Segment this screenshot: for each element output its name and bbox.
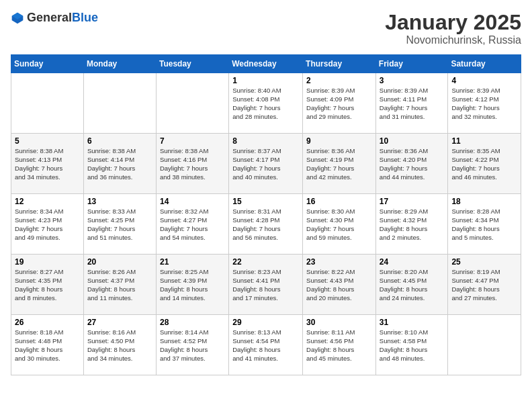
day-detail: Sunrise: 8:39 AM Sunset: 4:11 PM Dayligh… [380, 87, 445, 121]
logo-icon [11, 11, 24, 25]
calendar-week-5: 26Sunrise: 8:18 AM Sunset: 4:48 PM Dayli… [11, 315, 521, 375]
calendar-cell: 5Sunrise: 8:38 AM Sunset: 4:13 PM Daylig… [11, 134, 84, 194]
day-number: 15 [232, 197, 299, 206]
day-number: 31 [380, 318, 445, 327]
weekday-header-wednesday: Wednesday [229, 55, 303, 73]
calendar-cell: 12Sunrise: 8:34 AM Sunset: 4:23 PM Dayli… [11, 194, 84, 255]
month-title: January 2025 [385, 11, 521, 34]
day-number: 14 [160, 197, 225, 206]
calendar-cell: 8Sunrise: 8:37 AM Sunset: 4:17 PM Daylig… [229, 134, 303, 194]
calendar-cell [83, 73, 156, 134]
day-detail: Sunrise: 8:26 AM Sunset: 4:37 PM Dayligh… [87, 268, 152, 302]
calendar-cell: 4Sunrise: 8:39 AM Sunset: 4:12 PM Daylig… [448, 73, 521, 134]
calendar-cell: 6Sunrise: 8:38 AM Sunset: 4:14 PM Daylig… [83, 134, 156, 194]
day-number: 12 [15, 197, 80, 206]
day-number: 3 [380, 76, 445, 85]
weekday-header-monday: Monday [83, 55, 156, 73]
calendar-cell: 11Sunrise: 8:35 AM Sunset: 4:22 PM Dayli… [448, 134, 521, 194]
calendar-cell: 29Sunrise: 8:13 AM Sunset: 4:54 PM Dayli… [229, 315, 303, 375]
calendar-cell: 14Sunrise: 8:32 AM Sunset: 4:27 PM Dayli… [156, 194, 228, 255]
calendar-cell: 24Sunrise: 8:20 AM Sunset: 4:45 PM Dayli… [375, 255, 448, 315]
weekday-header-saturday: Saturday [448, 55, 521, 73]
day-detail: Sunrise: 8:34 AM Sunset: 4:23 PM Dayligh… [15, 208, 80, 242]
day-detail: Sunrise: 8:39 AM Sunset: 4:12 PM Dayligh… [451, 87, 517, 121]
day-number: 5 [15, 136, 80, 146]
day-detail: Sunrise: 8:27 AM Sunset: 4:35 PM Dayligh… [15, 268, 80, 302]
day-detail: Sunrise: 8:23 AM Sunset: 4:41 PM Dayligh… [232, 268, 299, 302]
day-detail: Sunrise: 8:30 AM Sunset: 4:30 PM Dayligh… [306, 208, 372, 242]
day-number: 30 [306, 318, 372, 327]
day-number: 24 [380, 257, 445, 267]
day-detail: Sunrise: 8:10 AM Sunset: 4:58 PM Dayligh… [380, 328, 445, 363]
day-number: 1 [232, 76, 299, 85]
day-detail: Sunrise: 8:25 AM Sunset: 4:39 PM Dayligh… [160, 268, 225, 302]
day-detail: Sunrise: 8:13 AM Sunset: 4:54 PM Dayligh… [232, 328, 299, 363]
calendar-cell: 2Sunrise: 8:39 AM Sunset: 4:09 PM Daylig… [303, 73, 376, 134]
calendar-cell: 23Sunrise: 8:22 AM Sunset: 4:43 PM Dayli… [303, 255, 376, 315]
calendar-cell [156, 73, 228, 134]
day-number: 4 [451, 76, 517, 85]
calendar-cell: 27Sunrise: 8:16 AM Sunset: 4:50 PM Dayli… [83, 315, 156, 375]
title-block: January 2025 Novomichurinsk, Russia [385, 11, 521, 46]
day-detail: Sunrise: 8:28 AM Sunset: 4:34 PM Dayligh… [451, 208, 517, 242]
day-detail: Sunrise: 8:38 AM Sunset: 4:16 PM Dayligh… [160, 147, 225, 181]
day-detail: Sunrise: 8:29 AM Sunset: 4:32 PM Dayligh… [380, 208, 445, 242]
calendar-week-4: 19Sunrise: 8:27 AM Sunset: 4:35 PM Dayli… [11, 255, 521, 315]
day-detail: Sunrise: 8:16 AM Sunset: 4:50 PM Dayligh… [87, 328, 152, 363]
calendar-cell: 17Sunrise: 8:29 AM Sunset: 4:32 PM Dayli… [375, 194, 448, 255]
day-detail: Sunrise: 8:37 AM Sunset: 4:17 PM Dayligh… [232, 147, 299, 181]
day-detail: Sunrise: 8:36 AM Sunset: 4:20 PM Dayligh… [380, 147, 445, 181]
weekday-header-row: SundayMondayTuesdayWednesdayThursdayFrid… [11, 55, 521, 73]
day-number: 27 [87, 318, 152, 327]
weekday-header-thursday: Thursday [303, 55, 376, 73]
day-number: 26 [15, 318, 80, 327]
day-number: 22 [232, 257, 299, 267]
day-detail: Sunrise: 8:35 AM Sunset: 4:22 PM Dayligh… [451, 147, 517, 181]
calendar-cell: 20Sunrise: 8:26 AM Sunset: 4:37 PM Dayli… [83, 255, 156, 315]
calendar-cell: 21Sunrise: 8:25 AM Sunset: 4:39 PM Dayli… [156, 255, 228, 315]
day-number: 23 [306, 257, 372, 267]
calendar-cell: 22Sunrise: 8:23 AM Sunset: 4:41 PM Dayli… [229, 255, 303, 315]
weekday-header-sunday: Sunday [11, 55, 84, 73]
location-title: Novomichurinsk, Russia [385, 34, 521, 46]
calendar-cell: 16Sunrise: 8:30 AM Sunset: 4:30 PM Dayli… [303, 194, 376, 255]
day-detail: Sunrise: 8:32 AM Sunset: 4:27 PM Dayligh… [160, 208, 225, 242]
day-number: 19 [15, 257, 80, 267]
calendar-week-3: 12Sunrise: 8:34 AM Sunset: 4:23 PM Dayli… [11, 194, 521, 255]
logo: GeneralBlue [11, 11, 98, 25]
day-number: 2 [306, 76, 372, 85]
calendar-cell: 7Sunrise: 8:38 AM Sunset: 4:16 PM Daylig… [156, 134, 228, 194]
header: GeneralBlue January 2025 Novomichurinsk,… [11, 11, 521, 46]
calendar-cell: 19Sunrise: 8:27 AM Sunset: 4:35 PM Dayli… [11, 255, 84, 315]
calendar-week-1: 1Sunrise: 8:40 AM Sunset: 4:08 PM Daylig… [11, 73, 521, 134]
calendar-cell [11, 73, 84, 134]
day-number: 6 [87, 136, 152, 146]
calendar-cell: 1Sunrise: 8:40 AM Sunset: 4:08 PM Daylig… [229, 73, 303, 134]
calendar-cell: 25Sunrise: 8:19 AM Sunset: 4:47 PM Dayli… [448, 255, 521, 315]
weekday-header-friday: Friday [375, 55, 448, 73]
calendar-cell: 9Sunrise: 8:36 AM Sunset: 4:19 PM Daylig… [303, 134, 376, 194]
weekday-header-tuesday: Tuesday [156, 55, 228, 73]
calendar-cell: 13Sunrise: 8:33 AM Sunset: 4:25 PM Dayli… [83, 194, 156, 255]
day-number: 29 [232, 318, 299, 327]
calendar-cell [448, 315, 521, 375]
day-detail: Sunrise: 8:22 AM Sunset: 4:43 PM Dayligh… [306, 268, 372, 302]
calendar-table: SundayMondayTuesdayWednesdayThursdayFrid… [11, 54, 521, 375]
calendar-cell: 3Sunrise: 8:39 AM Sunset: 4:11 PM Daylig… [375, 73, 448, 134]
day-number: 13 [87, 197, 152, 206]
calendar-cell: 15Sunrise: 8:31 AM Sunset: 4:28 PM Dayli… [229, 194, 303, 255]
day-detail: Sunrise: 8:14 AM Sunset: 4:52 PM Dayligh… [160, 328, 225, 363]
day-number: 7 [160, 136, 225, 146]
logo-text: GeneralBlue [27, 11, 98, 25]
calendar-cell: 30Sunrise: 8:11 AM Sunset: 4:56 PM Dayli… [303, 315, 376, 375]
day-number: 28 [160, 318, 225, 327]
day-number: 17 [380, 197, 445, 206]
calendar-cell: 28Sunrise: 8:14 AM Sunset: 4:52 PM Dayli… [156, 315, 228, 375]
day-detail: Sunrise: 8:19 AM Sunset: 4:47 PM Dayligh… [451, 268, 517, 302]
day-detail: Sunrise: 8:36 AM Sunset: 4:19 PM Dayligh… [306, 147, 372, 181]
calendar-cell: 26Sunrise: 8:18 AM Sunset: 4:48 PM Dayli… [11, 315, 84, 375]
day-detail: Sunrise: 8:39 AM Sunset: 4:09 PM Dayligh… [306, 87, 372, 121]
day-number: 25 [451, 257, 517, 267]
day-detail: Sunrise: 8:40 AM Sunset: 4:08 PM Dayligh… [232, 87, 299, 121]
day-number: 16 [306, 197, 372, 206]
